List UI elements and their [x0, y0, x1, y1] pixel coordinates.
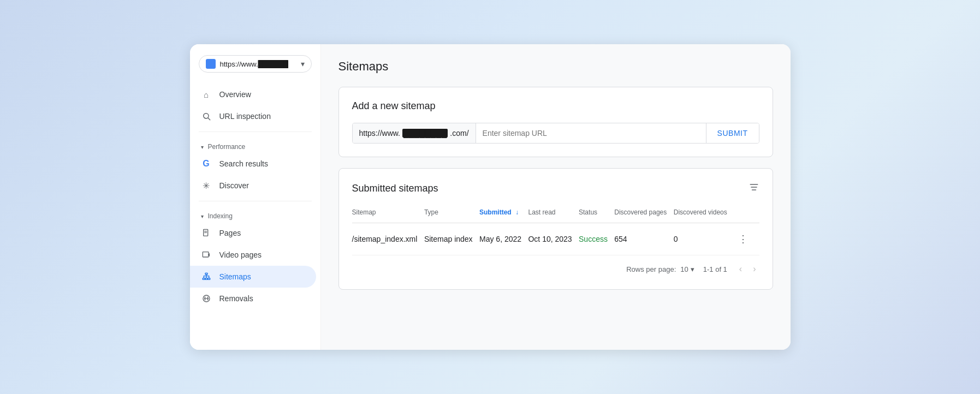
rows-per-page: Rows per page: 10 ▾	[626, 265, 694, 273]
property-icon	[206, 59, 216, 69]
rows-per-page-chevron-icon: ▾	[691, 265, 694, 273]
sidebar: https://www.██████ ▾ ⌂ Overview URL insp…	[190, 44, 321, 350]
submitted-sitemaps-header: Submitted sitemaps	[352, 182, 759, 195]
sidebar-item-pages-label: Pages	[219, 229, 241, 237]
prev-page-button[interactable]: ‹	[736, 262, 745, 276]
sidebar-item-discover-label: Discover	[219, 181, 249, 190]
table-body: /sitemap_index.xml Sitemap index May 6, …	[352, 223, 759, 255]
collapse-arrow-performance: ▾	[201, 144, 204, 150]
sidebar-item-discover[interactable]: ✳ Discover	[190, 175, 316, 196]
divider-2	[199, 201, 312, 201]
sidebar-item-sitemaps[interactable]: Sitemaps	[190, 266, 316, 288]
cell-discovered-pages: 654	[614, 223, 674, 255]
col-header-discovered-pages: Discovered pages	[614, 204, 674, 223]
sidebar-item-removals-label: Removals	[219, 294, 253, 303]
sidebar-item-url-inspection-label: URL inspection	[219, 112, 271, 121]
section-header-performance: ▾ Performance	[190, 136, 320, 153]
cell-actions: ⋮	[734, 223, 759, 255]
cell-sitemap: /sitemap_index.xml	[352, 223, 424, 255]
section-header-indexing: ▾ Indexing	[190, 206, 320, 222]
google-g-icon: G	[201, 158, 212, 169]
sidebar-item-search-results[interactable]: G Search results	[190, 153, 316, 175]
sidebar-item-search-results-label: Search results	[219, 159, 268, 168]
sidebar-item-url-inspection[interactable]: URL inspection	[190, 105, 316, 127]
rows-per-page-selector[interactable]: 10 ▾	[680, 265, 694, 273]
submitted-sitemaps-title: Submitted sitemaps	[352, 183, 438, 194]
asterisk-icon: ✳	[201, 180, 212, 191]
sitemap-input-row: https://www.████████.com/ SUBMIT	[352, 123, 759, 144]
sidebar-item-video-pages[interactable]: Video pages	[190, 244, 316, 266]
table-row: /sitemap_index.xml Sitemap index May 6, …	[352, 223, 759, 255]
filter-icon[interactable]	[749, 182, 759, 195]
table-footer: Rows per page: 10 ▾ 1-1 of 1 ‹ ›	[352, 255, 759, 276]
property-url-redacted: ██████	[258, 60, 288, 68]
sidebar-item-sitemaps-label: Sitemaps	[219, 272, 251, 281]
add-sitemap-card-title: Add a new sitemap	[352, 100, 759, 112]
sitemap-url-input[interactable]	[476, 123, 706, 143]
sitemap-url-redacted: ████████	[402, 129, 448, 138]
col-header-last-read: Last read	[528, 204, 579, 223]
svg-rect-5	[203, 252, 209, 257]
row-more-button[interactable]: ⋮	[734, 231, 752, 247]
search-icon	[201, 111, 212, 122]
add-sitemap-card: Add a new sitemap https://www.████████.c…	[338, 87, 773, 157]
sitemaps-icon	[201, 271, 212, 282]
sidebar-item-overview-label: Overview	[219, 90, 251, 99]
submit-button[interactable]: SUBMIT	[706, 123, 759, 143]
cell-type: Sitemap index	[424, 223, 479, 255]
section-label-performance: Performance	[208, 143, 246, 151]
sidebar-item-removals[interactable]: Removals	[190, 288, 316, 309]
divider-1	[199, 132, 312, 132]
sitemap-url-suffix: .com/	[450, 129, 468, 138]
col-header-sitemap: Sitemap	[352, 204, 424, 223]
collapse-arrow-indexing: ▾	[201, 213, 204, 219]
cell-submitted: May 6, 2022	[479, 223, 528, 255]
status-badge: Success	[579, 235, 608, 243]
video-pages-icon	[201, 249, 212, 260]
removals-icon	[201, 293, 212, 304]
property-text: https://www.██████	[220, 60, 296, 68]
col-header-submitted[interactable]: Submitted ↓	[479, 204, 528, 223]
sort-down-icon: ↓	[515, 208, 519, 216]
next-page-button[interactable]: ›	[750, 262, 759, 276]
chevron-down-icon: ▾	[301, 59, 305, 68]
section-label-indexing: Indexing	[208, 212, 233, 220]
sidebar-item-video-pages-label: Video pages	[219, 250, 262, 259]
sidebar-item-pages[interactable]: Pages	[190, 222, 316, 244]
property-url-prefix: https://www.	[220, 60, 258, 68]
submitted-sitemaps-card: Submitted sitemaps Sitemap	[338, 168, 773, 290]
rows-per-page-label: Rows per page:	[626, 265, 676, 273]
svg-line-1	[208, 118, 210, 120]
col-header-status: Status	[579, 204, 614, 223]
main-content: Sitemaps Add a new sitemap https://www.█…	[321, 44, 791, 350]
app-container: https://www.██████ ▾ ⌂ Overview URL insp…	[190, 44, 791, 350]
page-title: Sitemaps	[338, 59, 773, 74]
sitemap-input-prefix: https://www.████████.com/	[353, 123, 476, 143]
sitemap-url-prefix: https://www.	[359, 129, 400, 138]
pages-icon	[201, 228, 212, 238]
col-header-discovered-videos: Discovered videos	[674, 204, 734, 223]
cell-last-read: Oct 10, 2023	[528, 223, 579, 255]
table-header: Sitemap Type Submitted ↓ Last read	[352, 204, 759, 223]
page-info: 1-1 of 1	[703, 265, 727, 273]
rows-per-page-value: 10	[680, 265, 688, 273]
cell-status: Success	[579, 223, 614, 255]
cell-discovered-videos: 0	[674, 223, 734, 255]
property-selector[interactable]: https://www.██████ ▾	[199, 55, 312, 73]
home-icon: ⌂	[201, 89, 212, 100]
sidebar-item-overview[interactable]: ⌂ Overview	[190, 83, 316, 105]
pagination-nav: ‹ ›	[736, 262, 759, 276]
col-header-type: Type	[424, 204, 479, 223]
sitemaps-table: Sitemap Type Submitted ↓ Last read	[352, 204, 759, 255]
col-header-actions	[734, 204, 759, 223]
